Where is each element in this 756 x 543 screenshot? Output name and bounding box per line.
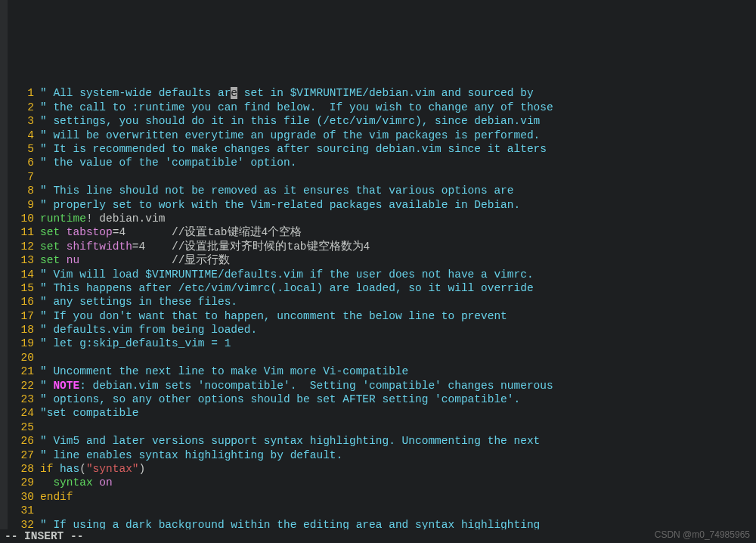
code-token: ! debian.vim	[86, 213, 165, 225]
code-token: (	[79, 463, 86, 475]
vim-mode-status: -- INSERT --	[0, 529, 756, 543]
code-line[interactable]: " any settings in these files.	[40, 295, 756, 309]
code-line[interactable]: " will be overwritten everytime an upgra…	[40, 129, 756, 142]
code-token: " properly set to work with the Vim-rela…	[40, 199, 520, 211]
code-token: set	[40, 226, 60, 238]
code-line[interactable]: " defaults.vim from being loaded.	[40, 323, 756, 337]
code-line[interactable]: set tabstop=4 //设置tab键缩进4个空格	[40, 225, 756, 239]
code-token: " Vim5 and later versions support syntax…	[40, 435, 540, 447]
code-line[interactable]: "set compatible	[40, 406, 756, 420]
code-line[interactable]: " the value of the 'compatible' option.	[40, 156, 756, 169]
code-token: : debian.vim sets 'nocompatible'. Settin…	[79, 380, 553, 392]
code-line[interactable]: endif	[40, 490, 756, 504]
code-token: "	[40, 380, 53, 392]
code-line[interactable]: " Uncomment the next line to make Vim mo…	[40, 365, 756, 378]
code-line[interactable]	[40, 504, 756, 517]
code-line[interactable]: " options, so any other options should b…	[40, 393, 756, 406]
code-token: " This happens after /etc/vim/vimrc(.loc…	[40, 282, 534, 294]
code-token: nu	[67, 254, 79, 266]
code-line[interactable]: " properly set to work with the Vim-rela…	[40, 198, 756, 212]
code-token: =4 //设置批量对齐时候的tab键空格数为4	[132, 240, 370, 253]
code-token	[40, 476, 53, 489]
code-line[interactable]: " All system-wide defaults are set in $V…	[40, 86, 756, 100]
code-token: " any settings in these files.	[40, 296, 237, 308]
code-token: " options, so any other options should b…	[40, 393, 520, 405]
code-token: " This line should not be removed as it …	[40, 185, 514, 197]
code-token: " Uncomment the next line to make Vim mo…	[40, 365, 408, 377]
code-token: has	[60, 463, 79, 475]
code-token: "syntax"	[86, 463, 139, 475]
code-line[interactable]: " settings, you should do it in this fil…	[40, 114, 756, 128]
code-token: " will be overwritten everytime an upgra…	[40, 129, 540, 141]
code-token: " If you don't want that to happen, unco…	[40, 310, 507, 322]
code-token: " It is recommended to make changes afte…	[40, 143, 547, 155]
window-left-border	[0, 0, 8, 543]
code-token	[60, 254, 67, 266]
code-line[interactable]: " NOTE: debian.vim sets 'nocompatible'. …	[40, 379, 756, 393]
code-token: on	[99, 476, 112, 489]
code-line[interactable]: " line enables syntax highlighting by de…	[40, 448, 756, 462]
code-area[interactable]: " All system-wide defaults are set in $V…	[40, 86, 756, 543]
code-line[interactable]: " the call to :runtime you can find belo…	[40, 101, 756, 114]
code-line[interactable]: " Vim5 and later versions support syntax…	[40, 434, 756, 448]
code-token: NOTE	[53, 380, 79, 392]
code-token: " the value of the 'compatible' option.	[40, 157, 296, 169]
code-line[interactable]: set nu //显示行数	[40, 253, 756, 267]
code-line[interactable]	[40, 170, 756, 184]
code-token: " let g:skip_defaults_vim = 1	[40, 337, 231, 349]
code-token: " Vim will load $VIMRUNTIME/defaults.vim…	[40, 268, 534, 281]
code-token: shiftwidth	[67, 240, 132, 253]
vim-editor[interactable]: 1234567891011121314151617181920212223242…	[0, 83, 756, 543]
code-line[interactable]: set shiftwidth=4 //设置批量对齐时候的tab键空格数为4	[40, 240, 756, 253]
code-token: " settings, you should do it in this fil…	[40, 115, 540, 127]
code-line[interactable]: " This line should not be removed as it …	[40, 184, 756, 197]
code-line[interactable]: " It is recommended to make changes afte…	[40, 142, 756, 156]
code-token: tabstop	[67, 226, 113, 238]
code-token	[60, 226, 67, 238]
code-token: " the call to :runtime you can find belo…	[40, 101, 553, 113]
code-line[interactable]	[40, 420, 756, 434]
code-token	[53, 463, 60, 475]
code-token	[60, 240, 67, 253]
code-line[interactable]: " Vim will load $VIMRUNTIME/defaults.vim…	[40, 268, 756, 281]
code-line[interactable]: runtime! debian.vim	[40, 212, 756, 225]
code-token: syntax	[53, 476, 92, 489]
code-line[interactable]: " If you don't want that to happen, unco…	[40, 309, 756, 323]
code-token: runtime	[40, 213, 86, 225]
code-token: if	[40, 463, 53, 475]
code-line[interactable]: if has("syntax")	[40, 462, 756, 476]
code-token: =4 //设置tab键缩进4个空格	[113, 226, 302, 238]
code-token: " defaults.vim from being loaded.	[40, 324, 257, 336]
code-line[interactable]	[40, 351, 756, 365]
code-token: " line enables syntax highlighting by de…	[40, 449, 342, 461]
code-token: "set compatible	[40, 407, 139, 419]
code-line[interactable]: syntax on	[40, 476, 756, 489]
code-token: endif	[40, 491, 73, 503]
code-token: set	[40, 240, 60, 253]
code-line[interactable]: " This happens after /etc/vim/vimrc(.loc…	[40, 281, 756, 295]
code-token: set	[40, 254, 60, 266]
code-token: " All system-wide defaults ar	[40, 87, 231, 99]
code-token: set in $VIMRUNTIME/debian.vim and source…	[237, 87, 534, 99]
code-token: //显示行数	[79, 254, 230, 266]
text-cursor: e	[231, 87, 237, 99]
watermark-text: CSDN @m0_74985965	[655, 528, 750, 541]
code-line[interactable]: " let g:skip_defaults_vim = 1	[40, 337, 756, 350]
code-token: )	[139, 463, 146, 475]
